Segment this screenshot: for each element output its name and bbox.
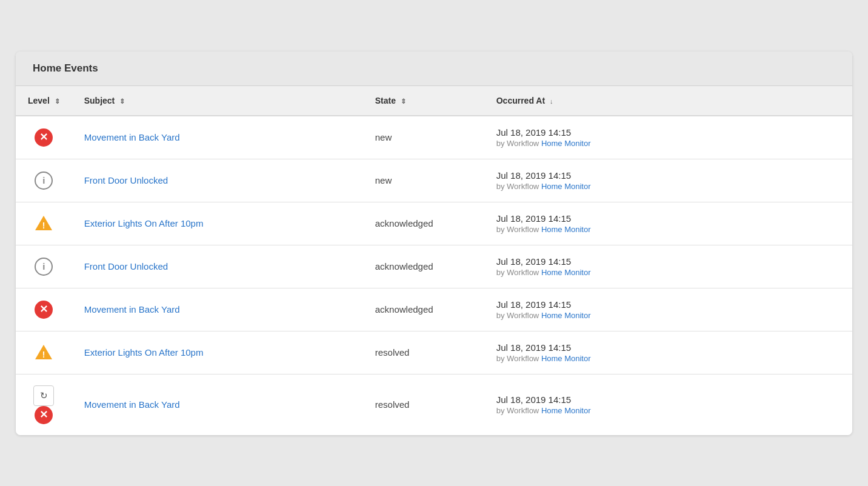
- occurred-at-cell: Jul 18, 2019 14:15by Workflow Home Monit…: [484, 116, 852, 159]
- occurred-date: Jul 18, 2019 14:15: [496, 342, 840, 353]
- svg-text:!: !: [42, 221, 45, 230]
- workflow-link[interactable]: Home Monitor: [541, 182, 591, 191]
- table-row: iFront Door UnlockednewJul 18, 2019 14:1…: [16, 159, 852, 202]
- col-header-occurred-at[interactable]: Occurred At ↓: [484, 86, 852, 116]
- occurred-date: Jul 18, 2019 14:15: [496, 213, 840, 224]
- subject-link[interactable]: Exterior Lights On After 10pm: [84, 218, 204, 228]
- occurred-date: Jul 18, 2019 14:15: [496, 299, 840, 310]
- warning-svg: !: [34, 344, 53, 361]
- subject-cell: Movement in Back Yard: [72, 288, 363, 331]
- workflow-link[interactable]: Home Monitor: [541, 225, 591, 234]
- workflow-link[interactable]: Home Monitor: [541, 311, 591, 320]
- occurred-by: by Workflow Home Monitor: [496, 225, 591, 234]
- sort-icon-state: ⇕: [401, 98, 406, 105]
- workflow-link[interactable]: Home Monitor: [541, 354, 591, 363]
- workflow-link[interactable]: Home Monitor: [541, 406, 591, 415]
- table-row: ! Exterior Lights On After 10pmresolvedJ…: [16, 331, 852, 374]
- events-panel: Home Events Level ⇕ Subject ⇕ State ⇕ Oc…: [16, 52, 852, 435]
- table-row: iFront Door UnlockedacknowledgedJul 18, …: [16, 245, 852, 288]
- state-cell: new: [363, 116, 484, 159]
- level-cell: !: [16, 202, 72, 245]
- table-row: ! Exterior Lights On After 10pmacknowled…: [16, 202, 852, 245]
- subject-cell: Exterior Lights On After 10pm: [72, 202, 363, 245]
- occurred-by: by Workflow Home Monitor: [496, 139, 591, 148]
- occurred-date: Jul 18, 2019 14:15: [496, 394, 840, 405]
- state-cell: acknowledged: [363, 245, 484, 288]
- occurred-date: Jul 18, 2019 14:15: [496, 170, 840, 181]
- panel-title: Home Events: [16, 52, 852, 86]
- sort-icon-level: ⇕: [55, 98, 60, 105]
- warning-icon: !: [33, 343, 54, 361]
- table-row: ✕Movement in Back YardacknowledgedJul 18…: [16, 288, 852, 331]
- occurred-at-cell: Jul 18, 2019 14:15by Workflow Home Monit…: [484, 288, 852, 331]
- subject-cell: Movement in Back Yard: [72, 374, 363, 435]
- level-cell: ↻✕: [16, 374, 72, 435]
- table-row: ↻✕Movement in Back YardresolvedJul 18, 2…: [16, 374, 852, 435]
- workflow-link[interactable]: Home Monitor: [541, 139, 591, 148]
- error-icon: ✕: [35, 406, 53, 424]
- level-cell: ✕: [16, 116, 72, 159]
- state-cell: acknowledged: [363, 202, 484, 245]
- level-cell: !: [16, 331, 72, 374]
- subject-link[interactable]: Movement in Back Yard: [84, 304, 180, 315]
- events-table: Level ⇕ Subject ⇕ State ⇕ Occurred At ↓ …: [16, 86, 852, 435]
- table-row: ✕Movement in Back YardnewJul 18, 2019 14…: [16, 116, 852, 159]
- state-cell: resolved: [363, 331, 484, 374]
- occurred-by: by Workflow Home Monitor: [496, 311, 591, 320]
- svg-text:!: !: [42, 350, 45, 359]
- subject-link[interactable]: Front Door Unlocked: [84, 175, 168, 185]
- occurred-at-cell: Jul 18, 2019 14:15by Workflow Home Monit…: [484, 245, 852, 288]
- occurred-by: by Workflow Home Monitor: [496, 354, 591, 363]
- subject-cell: Movement in Back Yard: [72, 116, 363, 159]
- warning-svg: !: [34, 215, 53, 231]
- occurred-date: Jul 18, 2019 14:15: [496, 127, 840, 138]
- state-cell: new: [363, 159, 484, 202]
- subject-link[interactable]: Exterior Lights On After 10pm: [84, 347, 204, 358]
- workflow-link[interactable]: Home Monitor: [541, 268, 591, 277]
- info-icon: i: [35, 258, 53, 276]
- subject-cell: Front Door Unlocked: [72, 245, 363, 288]
- sort-icon-occurred-at: ↓: [550, 98, 553, 105]
- subject-cell: Exterior Lights On After 10pm: [72, 331, 363, 374]
- error-icon: ✕: [35, 128, 53, 147]
- occurred-by: by Workflow Home Monitor: [496, 268, 591, 277]
- warning-icon: !: [33, 214, 54, 232]
- occurred-at-cell: Jul 18, 2019 14:15by Workflow Home Monit…: [484, 159, 852, 202]
- level-cell: i: [16, 159, 72, 202]
- subject-link[interactable]: Movement in Back Yard: [84, 132, 180, 142]
- sort-icon-subject: ⇕: [119, 98, 125, 105]
- table-header-row: Level ⇕ Subject ⇕ State ⇕ Occurred At ↓: [16, 86, 852, 116]
- occurred-by: by Workflow Home Monitor: [496, 406, 591, 415]
- subject-link[interactable]: Movement in Back Yard: [84, 399, 180, 410]
- occurred-at-cell: Jul 18, 2019 14:15by Workflow Home Monit…: [484, 331, 852, 374]
- subject-cell: Front Door Unlocked: [72, 159, 363, 202]
- occurred-at-cell: Jul 18, 2019 14:15by Workflow Home Monit…: [484, 202, 852, 245]
- info-icon: i: [35, 171, 53, 190]
- error-icon: ✕: [35, 301, 53, 319]
- occurred-at-cell: Jul 18, 2019 14:15by Workflow Home Monit…: [484, 374, 852, 435]
- subject-link[interactable]: Front Door Unlocked: [84, 261, 168, 271]
- col-header-level[interactable]: Level ⇕: [16, 86, 72, 116]
- occurred-date: Jul 18, 2019 14:15: [496, 256, 840, 267]
- refresh-button[interactable]: ↻: [33, 385, 54, 406]
- col-header-state[interactable]: State ⇕: [363, 86, 484, 116]
- occurred-by: by Workflow Home Monitor: [496, 182, 591, 191]
- state-cell: acknowledged: [363, 288, 484, 331]
- col-header-subject[interactable]: Subject ⇕: [72, 86, 363, 116]
- level-cell: ✕: [16, 288, 72, 331]
- state-cell: resolved: [363, 374, 484, 435]
- level-cell: i: [16, 245, 72, 288]
